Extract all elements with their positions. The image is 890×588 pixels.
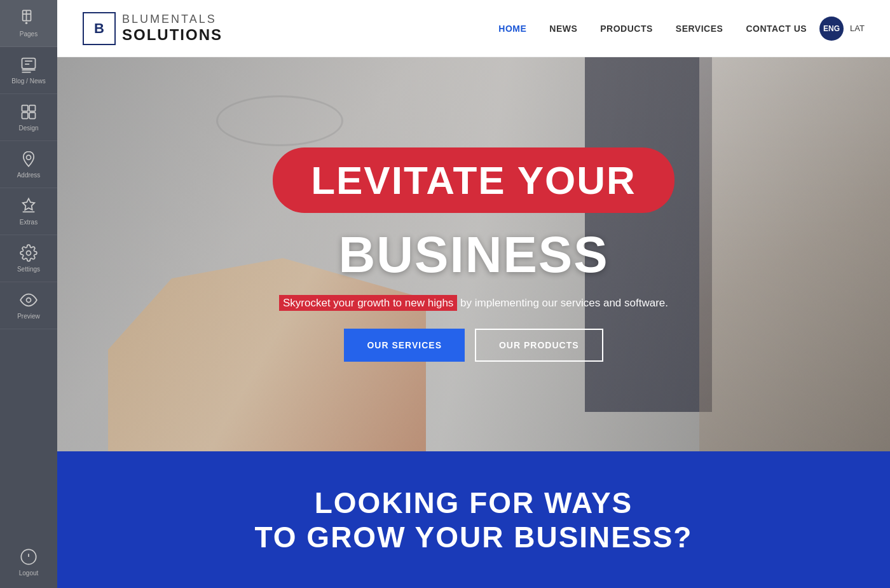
settings-label: Settings bbox=[17, 266, 40, 273]
lang-eng-button[interactable]: ENG bbox=[819, 17, 844, 41]
hero-buttons: OUR SERVICES OUR PRODUCTS bbox=[344, 329, 603, 362]
main-content: B BLUMENTALS SOLUTIONS HOME NEWS PRODUCT… bbox=[57, 0, 890, 588]
svg-rect-4 bbox=[29, 106, 35, 111]
sidebar-item-address[interactable]: Address bbox=[0, 141, 57, 188]
svg-point-1 bbox=[25, 22, 28, 24]
our-services-button[interactable]: OUR SERVICES bbox=[344, 329, 465, 362]
sidebar: Pages Blog / News Design Address Extras bbox=[0, 0, 57, 588]
svg-rect-5 bbox=[22, 113, 28, 118]
svg-rect-3 bbox=[22, 106, 28, 111]
settings-icon bbox=[20, 244, 38, 262]
address-label: Address bbox=[17, 172, 41, 179]
blue-section-title-line2: TO GROW YOUR BUSINESS? bbox=[255, 520, 693, 554]
logo-text: BLUMENTALS SOLUTIONS bbox=[122, 13, 222, 44]
hero-subtitle: Skyrocket your growth to new highs by im… bbox=[279, 297, 668, 310]
logo-icon: B bbox=[83, 12, 116, 45]
sidebar-item-pages[interactable]: Pages bbox=[0, 0, 57, 47]
hero-section: // Generate keyboard key tiles inline - … bbox=[57, 57, 890, 451]
nav-home[interactable]: HOME bbox=[498, 24, 526, 34]
svg-point-7 bbox=[27, 155, 31, 160]
design-label: Design bbox=[18, 125, 38, 132]
sidebar-item-preview[interactable]: Preview bbox=[0, 282, 57, 329]
nav-services[interactable]: SERVICES bbox=[676, 24, 723, 34]
svg-point-8 bbox=[27, 251, 31, 256]
blog-label: Blog / News bbox=[11, 78, 45, 85]
lang-lat-button[interactable]: LAT bbox=[850, 24, 865, 33]
blue-section-title-line1: LOOKING FOR WAYS bbox=[315, 486, 633, 520]
main-nav: HOME NEWS PRODUCTS SERVICES CONTACT US bbox=[498, 24, 807, 34]
preview-label: Preview bbox=[17, 313, 40, 320]
sidebar-item-settings[interactable]: Settings bbox=[0, 235, 57, 282]
hero-title-main: BUSINESS bbox=[339, 226, 609, 284]
sidebar-item-logout[interactable]: Logout bbox=[0, 537, 57, 588]
nav-products[interactable]: PRODUCTS bbox=[600, 24, 653, 34]
design-icon bbox=[20, 103, 38, 121]
blue-section: LOOKING FOR WAYS TO GROW YOUR BUSINESS? bbox=[57, 451, 890, 588]
hero-content: LEVITATE YOUR BUSINESS Skyrocket your gr… bbox=[57, 57, 890, 451]
header: B BLUMENTALS SOLUTIONS HOME NEWS PRODUCT… bbox=[57, 0, 890, 57]
language-switcher: ENG LAT bbox=[819, 17, 865, 41]
nav-news[interactable]: NEWS bbox=[549, 24, 577, 34]
hero-subtitle-highlight: Skyrocket your growth to new highs bbox=[279, 295, 457, 311]
preview-icon bbox=[20, 291, 38, 309]
extras-icon bbox=[20, 197, 38, 215]
blog-icon bbox=[20, 56, 38, 74]
sidebar-item-extras[interactable]: Extras bbox=[0, 188, 57, 235]
logout-icon bbox=[20, 548, 38, 566]
logo-top: BLUMENTALS bbox=[122, 13, 222, 26]
hero-subtitle-rest: by implementing our services and softwar… bbox=[457, 297, 668, 309]
sidebar-item-blog[interactable]: Blog / News bbox=[0, 47, 57, 94]
hero-title-pill: LEVITATE YOUR bbox=[273, 147, 674, 213]
svg-rect-6 bbox=[29, 113, 35, 118]
our-products-button[interactable]: OUR PRODUCTS bbox=[475, 329, 603, 362]
nav-contact[interactable]: CONTACT US bbox=[746, 24, 807, 34]
logo-bottom: SOLUTIONS bbox=[122, 26, 222, 44]
logo[interactable]: B BLUMENTALS SOLUTIONS bbox=[83, 12, 222, 45]
svg-point-9 bbox=[27, 298, 31, 303]
extras-label: Extras bbox=[20, 219, 38, 226]
sidebar-item-design[interactable]: Design bbox=[0, 94, 57, 141]
hero-title-pill-text: LEVITATE YOUR bbox=[311, 158, 636, 202]
logout-label: Logout bbox=[19, 570, 39, 577]
pages-label: Pages bbox=[20, 31, 38, 38]
address-icon bbox=[20, 150, 38, 168]
pages-icon bbox=[20, 9, 38, 27]
svg-rect-2 bbox=[22, 58, 36, 69]
